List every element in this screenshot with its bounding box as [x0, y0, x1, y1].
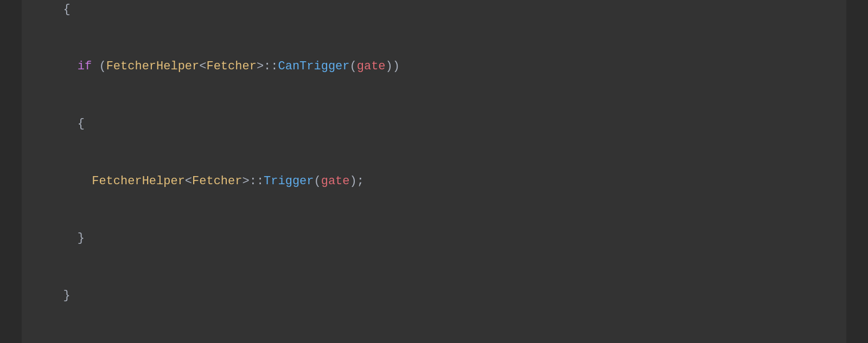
- param-gate-2: gate: [357, 60, 386, 73]
- line-12: }: [49, 286, 819, 305]
- class-fetcherhelper-2: FetcherHelper: [92, 174, 185, 188]
- semi-1: );: [350, 174, 364, 188]
- line-7: {: [49, 0, 819, 19]
- brace-open-3: {: [78, 117, 85, 131]
- brace-open-2: {: [63, 3, 70, 16]
- line-8: if (FetcherHelper<Fetcher>::CanTrigger(g…: [49, 57, 819, 76]
- class-fetcher-2: Fetcher: [206, 60, 256, 73]
- paren-3: (: [350, 60, 357, 73]
- paren-4: )): [386, 60, 400, 73]
- line-10: FetcherHelper<Fetcher>::Trigger(gate);: [49, 172, 819, 191]
- brace-close-1: }: [78, 231, 85, 245]
- method-trigger: Trigger: [264, 174, 314, 188]
- param-gate-3: gate: [321, 174, 350, 188]
- punct-9: >::: [242, 174, 264, 188]
- indent-5: [49, 117, 78, 131]
- brace-close-2: }: [63, 289, 70, 302]
- space-4: (: [92, 60, 106, 73]
- code-container: template <typename... Fetchers> struct P…: [22, 0, 846, 343]
- punct-7: >::: [257, 60, 278, 73]
- indent-3: [49, 3, 63, 16]
- class-fetcherhelper-1: FetcherHelper: [106, 60, 200, 73]
- line-9: {: [49, 114, 819, 133]
- punct-8: <: [185, 174, 192, 188]
- class-fetcher-3: Fetcher: [192, 174, 242, 188]
- punct-6: <: [199, 60, 206, 73]
- indent-4: [49, 60, 78, 73]
- indent-8: [49, 289, 63, 302]
- code-block: template <typename... Fetchers> struct P…: [49, 0, 819, 343]
- line-11: }: [49, 229, 819, 248]
- indent-6: [49, 174, 92, 188]
- method-cantrigger: CanTrigger: [278, 60, 350, 73]
- indent-7: [49, 231, 78, 245]
- keyword-if: if: [78, 60, 92, 73]
- paren-5: (: [314, 174, 321, 188]
